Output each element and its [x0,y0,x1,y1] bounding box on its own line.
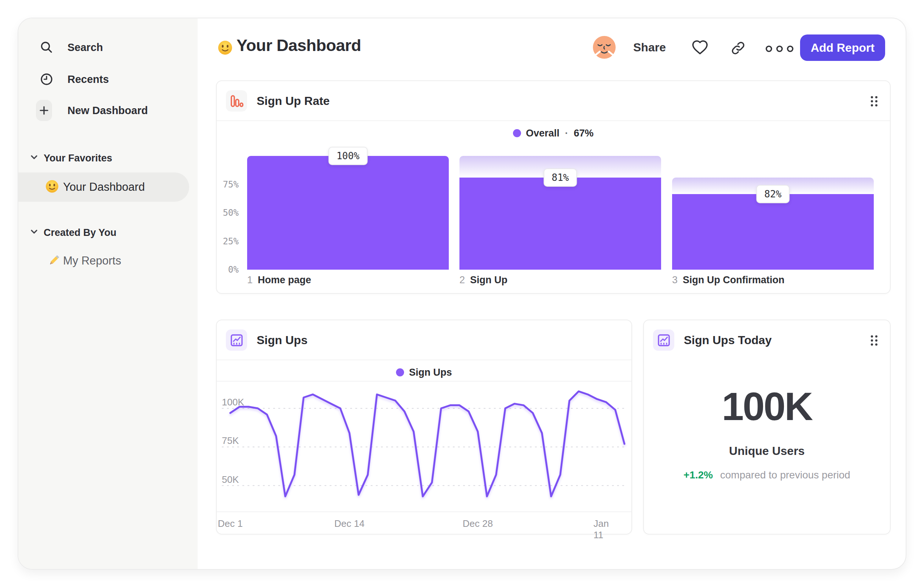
share-button[interactable]: Share [633,41,666,54]
sidebar-section-your-favorites[interactable]: Your Favorites [18,150,198,166]
section-title: Your Favorites [44,153,112,164]
conversion-label-chip: 81% [544,169,577,187]
x-axis-tick-label: Dec 1 [218,518,243,529]
sidebar-item-recents[interactable]: Recents [18,68,198,91]
legend-overall-value: 67% [574,128,594,139]
sign-ups-today-card: Sign Ups Today 100K Unique Users +1.2% c… [643,319,891,534]
funnel-bar-fill [247,156,449,270]
main-content: Your Dashboard Share Add Report Sign Up … [198,18,906,569]
avatar[interactable] [593,36,615,59]
card-header: Sign Ups Today [644,320,890,360]
sidebar-item-label: Search [68,41,103,54]
funnel-bar[interactable]: 82% [672,156,874,270]
card-title: Sign Ups [257,334,308,347]
x-axis-labels: Dec 1Dec 14Dec 28Jan 11 [217,513,631,535]
conversion-label-chip: 82% [756,185,790,203]
step-number: 3 [672,274,678,286]
line-legend: Sign Ups [217,366,631,379]
smiley-emoji [218,40,233,56]
page-title: Your Dashboard [236,36,361,55]
drag-handle-icon[interactable] [870,334,879,348]
sidebar-item-my-reports[interactable]: My Reports [18,249,198,273]
sidebar-item-label: New Dashboard [68,104,148,117]
funnel-bar[interactable]: 100% [247,156,449,270]
funnel-step-label: 2Sign Up [459,274,507,286]
line-chart-svg [217,382,631,512]
card-title: Sign Up Rate [257,94,330,108]
sign-ups-card: Sign Ups Sign Ups 100K75K50K Dec 1Dec 14… [216,319,632,534]
funnel-bar-fill [459,178,661,270]
step-name: Home page [258,274,311,286]
drag-handle-icon[interactable] [870,95,879,109]
x-axis-tick-label: Dec 28 [463,518,493,529]
line-plot-area[interactable]: 100K75K50K [217,382,631,512]
funnel-step-label: 3Sign Up Confirmation [672,274,785,286]
sidebar-item-new-dashboard[interactable]: New Dashboard [18,99,198,122]
sidebar-item-label: Your Dashboard [63,180,145,194]
y-axis-tick-label: 50K [222,474,239,485]
step-number: 2 [459,274,465,286]
y-axis-tick-label: 25% [217,236,239,246]
smiley-emoji [45,180,59,194]
sidebar: Search Recents New Dashboard Your Favori… [18,18,198,569]
sidebar-section-created-by-you[interactable]: Created By You [18,225,198,241]
plus-icon [36,100,52,121]
step-name: Sign Up Confirmation [683,274,784,286]
sidebar-item-label: My Reports [63,254,121,268]
y-axis-tick-label: 75K [222,435,239,446]
app-window: Search Recents New Dashboard Your Favori… [18,18,906,570]
metric-delta-row: +1.2% compared to previous period [644,469,890,481]
sidebar-item-label: Recents [68,73,109,86]
legend-separator: · [564,128,569,139]
y-axis-tick-label: 100K [222,397,244,408]
sign-ups-series-line[interactable] [230,392,624,496]
line-plot: 100K75K50K Dec 1Dec 14Dec 28Jan 11 [217,381,631,512]
pencil-emoji [48,253,61,268]
copy-link-icon[interactable] [730,40,746,57]
add-report-button[interactable]: Add Report [800,35,885,61]
chevron-down-icon [30,229,38,236]
chevron-down-icon [30,155,38,161]
clock-icon [38,72,54,86]
card-header: Sign Ups [217,320,631,360]
metric-value: 100K [644,384,890,429]
x-axis-tick-label: Jan 11 [594,518,619,541]
step-number: 1 [247,274,252,286]
more-options-icon[interactable] [765,44,794,55]
legend-series-name[interactable]: Overall [526,128,559,139]
y-axis-tick-label: 75% [217,179,239,190]
legend-dot [513,129,521,137]
legend-series-name[interactable]: Sign Ups [409,367,452,378]
favorite-heart-icon[interactable] [691,39,708,57]
sign-up-rate-card: Sign Up Rate Overall · 67% 75%50%25%0%10… [216,80,891,294]
conversion-label-chip: 100% [328,147,368,165]
line-chart-icon [653,329,674,351]
legend-dot [396,368,404,376]
funnel-chart-icon [226,90,247,112]
step-name: Sign Up [470,274,507,286]
sidebar-item-your-dashboard[interactable]: Your Dashboard [18,172,189,202]
sidebar-item-search[interactable]: Search [18,36,198,59]
card-title: Sign Ups Today [684,334,771,347]
metric-label: Unique Users [644,444,890,458]
line-chart-icon [226,329,247,351]
delta-value: +1.2% [683,469,713,481]
delta-note: compared to previous period [720,469,850,481]
search-icon [38,40,54,54]
card-header: Sign Up Rate [217,81,890,121]
funnel-bar-fill [672,194,874,270]
y-axis-tick-label: 50% [217,208,239,218]
section-title: Created By You [44,227,117,238]
funnel-legend: Overall · 67% [217,127,890,140]
funnel-step-label: 1Home page [247,274,311,286]
funnel-bar[interactable]: 81% [459,156,661,270]
y-axis-tick-label: 0% [217,265,239,275]
x-axis-tick-label: Dec 14 [334,518,365,529]
